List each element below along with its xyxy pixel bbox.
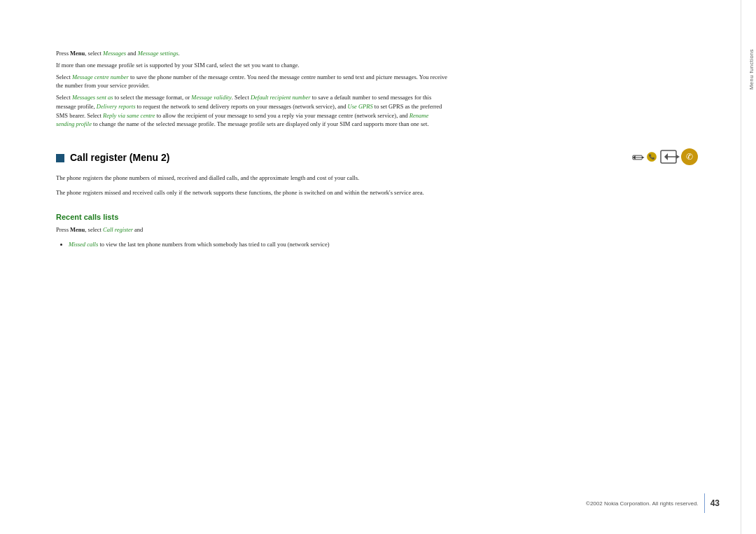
recent-calls-title: Recent calls lists <box>56 213 699 221</box>
call-icons-svg: ✆ <box>660 147 699 168</box>
press-line: Press Menu, select Call register and <box>56 225 699 234</box>
call-register-link: Call register <box>103 226 133 233</box>
phone-icons: 📞 ✆ <box>632 147 699 168</box>
menu-keyword2: Menu <box>70 226 85 233</box>
call-register-para2: The phone registers missed and received … <box>56 188 434 197</box>
missed-calls-text: to view the last ten phone numbers from … <box>98 241 329 248</box>
message-validity-link: Message validity <box>191 94 231 101</box>
svg-marker-1 <box>633 155 636 160</box>
delivery-reports-link: Delivery reports <box>97 103 136 110</box>
section-icon <box>56 154 64 162</box>
bullet-item-missed-calls: Missed calls to view the last ten phone … <box>69 240 699 249</box>
messages-sent-as-link: Messages sent as <box>72 94 113 101</box>
call-register-icon: 📞 <box>632 148 659 167</box>
messages-link: Messages <box>103 50 126 57</box>
footer-divider <box>704 493 705 513</box>
menu-keyword: Menu <box>70 50 85 57</box>
top-line1: Press Menu, select Messages and Message … <box>56 49 448 58</box>
section-header: Call register (Menu 2) 📞 <box>56 147 699 168</box>
svg-text:📞: 📞 <box>649 153 655 160</box>
svg-text:✆: ✆ <box>686 152 693 162</box>
bullet-list: Missed calls to view the last ten phone … <box>69 240 699 251</box>
message-centre-link: Message centre number <box>72 73 129 80</box>
top-text-block: Press Menu, select Messages and Message … <box>56 49 448 132</box>
use-gprs-link: Use GPRS <box>348 103 373 110</box>
section-title: Call register (Menu 2) <box>70 152 169 163</box>
reply-via-link: Reply via same centre <box>103 112 155 119</box>
footer: ©2002 Nokia Corporation. All rights rese… <box>56 493 720 513</box>
sidebar: Menu functions <box>741 0 756 534</box>
default-recipient-link: Default recipient number <box>251 94 311 101</box>
message-settings-link: Message settings <box>138 50 178 57</box>
call-register-para1: The phone registers the phone numbers of… <box>56 174 434 183</box>
copyright-text: ©2002 Nokia Corporation. All rights rese… <box>586 500 699 507</box>
page-number: 43 <box>710 498 720 508</box>
top-line2: If more than one message profile set is … <box>56 61 448 70</box>
top-line4: Select Messages sent as to select the me… <box>56 93 448 129</box>
sidebar-label: Menu functions <box>748 49 755 90</box>
top-line3: Select Message centre number to save the… <box>56 73 448 91</box>
page: Press Menu, select Messages and Message … <box>0 0 756 534</box>
main-content: Press Menu, select Messages and Message … <box>0 0 741 534</box>
missed-calls-link: Missed calls <box>69 241 98 248</box>
svg-marker-3 <box>642 157 644 159</box>
